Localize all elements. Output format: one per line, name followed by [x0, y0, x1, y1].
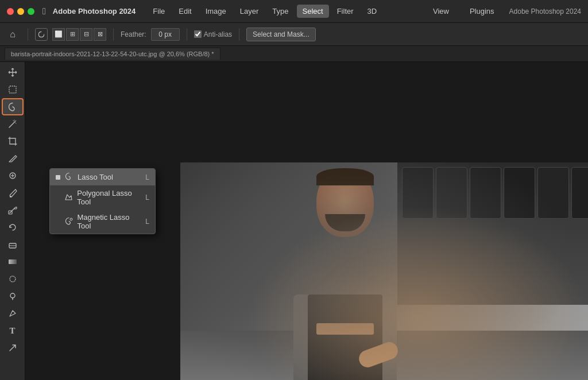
svg-rect-9 [9, 259, 17, 264]
menu-file[interactable]: File [147, 5, 171, 18]
divider-3 [187, 28, 187, 41]
svg-point-10 [10, 276, 16, 282]
svg-point-13 [70, 218, 72, 220]
apple-logo-icon:  [42, 6, 46, 17]
text-tool-icon: T [9, 326, 15, 336]
menu-view[interactable]: View [427, 5, 455, 18]
options-bar: ⌂ ⬜ ⊞ ⊟ ⊠ Feather: Anti-alias Select and… [0, 23, 588, 46]
spacer2 [56, 219, 60, 224]
path-selection-tool-btn[interactable] [2, 340, 23, 356]
anti-alias-checkbox-wrap: Anti-alias [194, 30, 232, 38]
menu-select[interactable]: Select [297, 5, 329, 18]
fullscreen-button[interactable] [28, 8, 34, 15]
tool-panel: T [0, 62, 25, 380]
main-layout: T [0, 62, 588, 380]
tab-bar: barista-portrait-indoors-2021-12-13-22-5… [0, 46, 588, 62]
lasso-icon [65, 172, 73, 182]
lasso-tool-label: Lasso Tool [78, 173, 113, 181]
new-selection-btn[interactable]: ⬜ [52, 28, 65, 41]
close-button[interactable] [7, 8, 14, 15]
active-indicator [56, 175, 60, 180]
magnetic-lasso-tool-option[interactable]: Magnetic Lasso Tool L [50, 210, 155, 234]
text-tool-btn[interactable]: T [2, 323, 23, 339]
photo-overlay [180, 162, 588, 380]
document-tab-filename: barista-portrait-indoors-2021-12-13-22-5… [11, 51, 214, 57]
menu-edit[interactable]: Edit [173, 5, 197, 18]
lasso-tool-option[interactable]: Lasso Tool L [50, 169, 155, 185]
menu-bar:  Adobe Photoshop 2024 File Edit Image L… [0, 0, 588, 23]
add-selection-btn[interactable]: ⊞ [66, 28, 79, 41]
divider-1 [28, 28, 28, 41]
polygonal-lasso-tool-option[interactable]: Polygonal Lasso Tool L [50, 185, 155, 210]
traffic-lights [7, 8, 34, 15]
svg-line-1 [9, 122, 15, 127]
selection-mode-group: ⬜ ⊞ ⊟ ⊠ [52, 28, 106, 41]
polygonal-lasso-tool-label: Polygonal Lasso Tool [77, 189, 141, 206]
lasso-shortcut: L [145, 173, 149, 181]
history-brush-tool-btn[interactable] [2, 219, 23, 235]
feather-input[interactable] [151, 28, 180, 41]
eraser-tool-btn[interactable] [2, 236, 23, 253]
feather-label: Feather: [121, 30, 146, 38]
polygonal-lasso-icon [64, 193, 72, 203]
anti-alias-label: Anti-alias [204, 30, 232, 38]
eyedropper-tool-btn[interactable] [2, 150, 23, 166]
lasso-options-icon[interactable] [35, 28, 48, 41]
menu-image[interactable]: Image [200, 5, 232, 18]
lasso-tool-btn[interactable] [2, 99, 23, 115]
clone-stamp-tool-btn[interactable] [2, 202, 23, 218]
menu-type[interactable]: Type [266, 5, 294, 18]
menu-plugins[interactable]: Plugins [464, 5, 500, 18]
canvas-image [180, 162, 588, 380]
magnetic-lasso-icon [65, 217, 73, 227]
menu-3d[interactable]: 3D [362, 5, 383, 18]
svg-point-5 [10, 196, 11, 197]
magnetic-lasso-tool-label: Magnetic Lasso Tool [78, 213, 141, 230]
divider-2 [113, 28, 114, 41]
lasso-tool-dropdown: Lasso Tool L Polygonal Lasso Tool L [49, 168, 156, 234]
svg-rect-0 [9, 86, 16, 93]
divider-4 [239, 28, 239, 41]
window-title-right: Adobe Photoshop 2024 [509, 7, 581, 15]
crop-tool-btn[interactable] [2, 133, 23, 149]
polygonal-shortcut: L [145, 193, 149, 201]
select-and-mask-button[interactable]: Select and Mask... [246, 28, 316, 41]
move-tool-btn[interactable] [2, 64, 23, 80]
pen-tool-btn[interactable] [2, 305, 23, 321]
magnetic-shortcut: L [145, 218, 149, 226]
photo-background [180, 162, 588, 380]
intersect-selection-btn[interactable]: ⊠ [94, 28, 106, 41]
app-name: Adobe Photoshop 2024 [53, 7, 136, 15]
canvas-area[interactable]: Lasso Tool L Polygonal Lasso Tool L [25, 62, 588, 380]
healing-brush-tool-btn[interactable] [2, 168, 23, 184]
spacer [56, 195, 60, 200]
home-button[interactable]: ⌂ [5, 26, 21, 42]
dodge-tool-btn[interactable] [2, 288, 23, 304]
anti-alias-checkbox[interactable] [194, 30, 202, 38]
svg-point-11 [10, 293, 15, 298]
menu-layer[interactable]: Layer [234, 5, 265, 18]
document-tab[interactable]: barista-portrait-indoors-2021-12-13-22-5… [5, 48, 220, 60]
menu-filter[interactable]: Filter [331, 5, 359, 18]
blur-tool-btn[interactable] [2, 271, 23, 287]
brush-tool-btn[interactable] [2, 185, 23, 201]
magic-wand-tool-btn[interactable] [2, 116, 23, 132]
minimize-button[interactable] [17, 8, 24, 15]
menu-bar-right: View Plugins Adobe Photoshop 2024 [427, 5, 581, 18]
marquee-tool-btn[interactable] [2, 82, 23, 98]
subtract-selection-btn[interactable]: ⊟ [80, 28, 92, 41]
gradient-tool-btn[interactable] [2, 254, 23, 270]
